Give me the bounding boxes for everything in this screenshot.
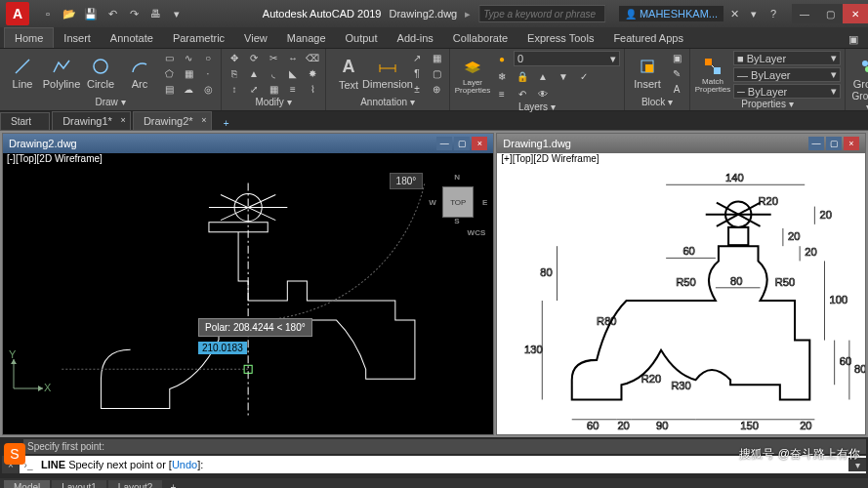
layer-lock-icon[interactable]: 🔒 bbox=[514, 69, 531, 83]
stretch-icon[interactable]: ↕ bbox=[226, 82, 243, 96]
doctab-drawing2[interactable]: Drawing2*× bbox=[133, 111, 212, 130]
lineweight-dropdown[interactable]: — ByLayer▾ bbox=[733, 67, 841, 82]
revcloud-icon[interactable]: ☁ bbox=[180, 82, 197, 96]
minimize-button[interactable]: — bbox=[792, 4, 817, 23]
offset-icon[interactable]: ≡ bbox=[284, 82, 302, 96]
tab-insert[interactable]: Insert bbox=[54, 28, 101, 48]
layer-off-icon[interactable]: ▼ bbox=[555, 69, 572, 83]
copy-icon[interactable]: ⎘ bbox=[226, 66, 243, 80]
polygon-icon[interactable]: ⬠ bbox=[160, 66, 178, 80]
qat-open-icon[interactable]: 📂 bbox=[61, 5, 78, 22]
command-input[interactable]: LINE Specify next point or [Undo]: bbox=[37, 459, 848, 470]
doc-minimize-button[interactable]: — bbox=[808, 137, 824, 150]
tab-addins[interactable]: Add-ins bbox=[388, 28, 443, 48]
hatch-icon[interactable]: ▦ bbox=[180, 66, 197, 80]
trim-icon[interactable]: ✂ bbox=[265, 51, 282, 64]
color-dropdown[interactable]: ■ ByLayer▾ bbox=[733, 51, 841, 65]
right-canvas[interactable]: 140 R20 20 20 80 60 20 80 R50 R50 100 R8… bbox=[497, 167, 865, 434]
panel-modify-title[interactable]: Modify ▾ bbox=[226, 96, 321, 108]
tab-output[interactable]: Output bbox=[336, 28, 388, 48]
doctab-start[interactable]: Start bbox=[0, 112, 50, 130]
user-badge[interactable]: 👤 MAHESHKAM... bbox=[619, 6, 723, 21]
layer-make-icon[interactable]: ✓ bbox=[575, 69, 593, 83]
qat-save-icon[interactable]: 💾 bbox=[82, 5, 100, 22]
donut-icon[interactable]: ◎ bbox=[199, 82, 217, 96]
rect-icon[interactable]: ▭ bbox=[160, 51, 178, 64]
tab-layout1[interactable]: Layout1 bbox=[52, 480, 106, 489]
mtext-icon[interactable]: ¶ bbox=[408, 66, 426, 80]
polyline-button[interactable]: Polyline bbox=[43, 52, 80, 95]
layer-bulb-icon[interactable]: ● bbox=[493, 52, 511, 65]
tab-annotate[interactable]: Annotate bbox=[101, 28, 163, 48]
dimension-button[interactable]: Dimension bbox=[369, 52, 406, 95]
layer-properties-button[interactable]: Layer Properties bbox=[454, 55, 491, 98]
layer-freeze-icon[interactable]: ❄ bbox=[493, 69, 511, 83]
tolerance-icon[interactable]: ± bbox=[408, 82, 426, 96]
doc-maximize-button[interactable]: ▢ bbox=[826, 137, 842, 150]
close-button[interactable]: ✕ bbox=[843, 4, 868, 23]
tab-layout2[interactable]: Layout2 bbox=[108, 480, 163, 489]
ribbon-collapse-icon[interactable]: ▣ bbox=[845, 30, 862, 48]
field-icon[interactable]: ▢ bbox=[428, 66, 445, 80]
left-doc-titlebar[interactable]: Drawing2.dwg — ▢ × bbox=[3, 134, 493, 153]
match-properties-button[interactable]: Match Properties bbox=[694, 54, 731, 97]
insert-button[interactable]: Insert bbox=[629, 52, 666, 95]
close-tab-icon[interactable]: × bbox=[201, 115, 206, 125]
distance-input[interactable]: 210.0183 bbox=[198, 342, 247, 354]
search-input[interactable] bbox=[478, 5, 605, 22]
panel-annotation-title[interactable]: Annotation ▾ bbox=[330, 96, 445, 108]
linetype-dropdown[interactable]: ─ ByLayer▾ bbox=[733, 84, 841, 99]
line-button[interactable]: Line bbox=[4, 52, 41, 95]
help-dropdown-icon[interactable]: ▾ bbox=[745, 5, 763, 22]
qat-new-icon[interactable]: ▫ bbox=[39, 5, 57, 22]
tab-home[interactable]: Home bbox=[4, 27, 54, 48]
panel-layers-title[interactable]: Layers ▾ bbox=[454, 102, 620, 112]
tab-express[interactable]: Express Tools bbox=[517, 28, 603, 48]
close-tab-icon[interactable]: × bbox=[121, 115, 126, 125]
tab-collaborate[interactable]: Collaborate bbox=[443, 28, 517, 48]
scale-icon[interactable]: ⤢ bbox=[245, 82, 263, 96]
help-icon[interactable]: ? bbox=[765, 5, 782, 22]
spline-icon[interactable]: ∿ bbox=[180, 51, 197, 64]
break-icon[interactable]: ⌇ bbox=[304, 82, 321, 96]
move-icon[interactable]: ✥ bbox=[226, 51, 243, 64]
attr-icon[interactable]: A bbox=[668, 82, 685, 96]
doc-maximize-button[interactable]: ▢ bbox=[454, 137, 470, 150]
viewcube-top[interactable]: TOP bbox=[442, 186, 474, 218]
panel-block-title[interactable]: Block ▾ bbox=[629, 96, 685, 108]
left-canvas[interactable]: 180° N E S W TOP WCS X Y Polar: 208.4244… bbox=[3, 167, 493, 434]
doctab-drawing1[interactable]: Drawing1*× bbox=[52, 111, 131, 130]
layer-iso-icon[interactable]: ▲ bbox=[534, 69, 552, 83]
panel-properties-title[interactable]: Properties ▾ bbox=[694, 99, 841, 109]
rotate-icon[interactable]: ⟳ bbox=[245, 51, 263, 64]
tab-parametric[interactable]: Parametric bbox=[163, 28, 234, 48]
explode-icon[interactable]: ✸ bbox=[304, 66, 321, 80]
fillet-icon[interactable]: ◟ bbox=[265, 66, 282, 80]
viewcube[interactable]: N E S W TOP WCS bbox=[429, 173, 487, 231]
region-icon[interactable]: ▤ bbox=[160, 82, 178, 96]
center-icon[interactable]: ⊕ bbox=[428, 82, 445, 96]
maximize-button[interactable]: ▢ bbox=[817, 4, 843, 23]
qat-redo-icon[interactable]: ↷ bbox=[125, 5, 143, 22]
qat-undo-icon[interactable]: ↶ bbox=[103, 5, 121, 22]
point-icon[interactable]: · bbox=[199, 66, 217, 80]
new-tab-button[interactable]: + bbox=[218, 116, 235, 130]
layer-dropdown[interactable]: 0▾ bbox=[514, 51, 620, 66]
ellipse-icon[interactable]: ○ bbox=[199, 51, 217, 64]
edit-block-icon[interactable]: ✎ bbox=[668, 66, 685, 80]
layer-match-icon[interactable]: ≡ bbox=[493, 87, 511, 101]
erase-icon[interactable]: ⌫ bbox=[304, 51, 321, 64]
table-icon[interactable]: ▦ bbox=[428, 51, 445, 64]
group-button[interactable]: Group bbox=[849, 52, 868, 95]
tab-featured[interactable]: Featured Apps bbox=[603, 28, 693, 48]
layer-walk-icon[interactable]: 👁 bbox=[534, 87, 552, 101]
create-block-icon[interactable]: ▣ bbox=[668, 51, 685, 64]
arc-button[interactable]: Arc bbox=[121, 52, 158, 95]
extend-icon[interactable]: ↔ bbox=[284, 51, 302, 64]
tab-model[interactable]: Model bbox=[4, 480, 50, 489]
right-viewmode-label[interactable]: [+][Top][2D Wireframe] bbox=[497, 153, 865, 167]
qat-plot-icon[interactable]: 🖶 bbox=[146, 5, 164, 22]
left-viewmode-label[interactable]: [-][Top][2D Wireframe] bbox=[3, 153, 493, 167]
add-layout-button[interactable]: + bbox=[164, 480, 182, 488]
leader-icon[interactable]: ↗ bbox=[408, 51, 426, 64]
